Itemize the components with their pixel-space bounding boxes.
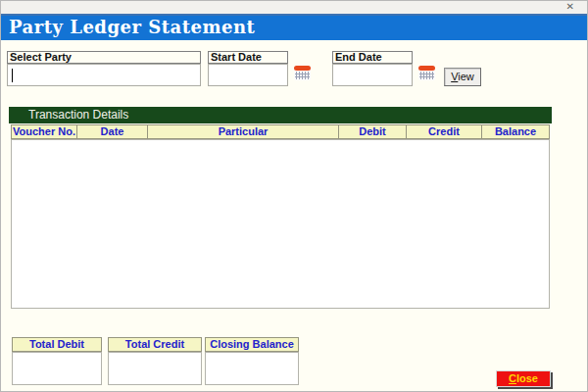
calendar-icon-grid: [295, 72, 310, 79]
calendar-icon-grid: [419, 72, 434, 79]
select-party-label: Select Party: [7, 51, 201, 64]
page-title: Party Ledger Statement: [1, 16, 587, 39]
total-debit-label: Total Debit: [12, 337, 102, 352]
transaction-details-header: Transaction Details: [9, 107, 552, 123]
column-header-voucher-no: Voucher No.: [11, 124, 77, 139]
window-close-icon[interactable]: ✕: [566, 1, 574, 13]
column-header-debit: Debit: [339, 124, 407, 139]
calendar-icon-top: [294, 66, 311, 71]
close-button[interactable]: Close: [496, 370, 551, 387]
view-button[interactable]: View: [444, 68, 481, 86]
closing-balance-label: Closing Balance: [205, 337, 299, 352]
app-header: Party Ledger Statement: [1, 14, 587, 40]
total-credit-value: [108, 352, 202, 385]
column-header-balance: Balance: [482, 124, 550, 139]
party-ledger-window: ✕ Party Ledger Statement Select Party St…: [0, 0, 588, 392]
start-date-calendar-icon[interactable]: [294, 66, 311, 80]
calendar-icon-top: [418, 66, 435, 71]
column-header-credit: Credit: [407, 124, 482, 139]
start-date-input[interactable]: [208, 64, 288, 86]
select-party-input[interactable]: [7, 64, 201, 86]
text-caret: [12, 69, 13, 82]
column-header-particular: Particular: [148, 124, 339, 139]
window-titlebar: ✕: [1, 1, 587, 14]
total-debit-value: [12, 352, 102, 385]
end-date-calendar-icon[interactable]: [418, 66, 435, 80]
closing-balance-value: [205, 352, 299, 385]
end-date-input[interactable]: [332, 64, 413, 86]
end-date-label: End Date: [332, 51, 413, 64]
transaction-table-body: [11, 139, 550, 309]
total-credit-label: Total Credit: [108, 337, 202, 352]
column-header-date: Date: [77, 124, 148, 139]
transaction-table-header: Voucher No. Date Particular Debit Credit…: [11, 124, 550, 139]
start-date-label: Start Date: [208, 51, 288, 64]
